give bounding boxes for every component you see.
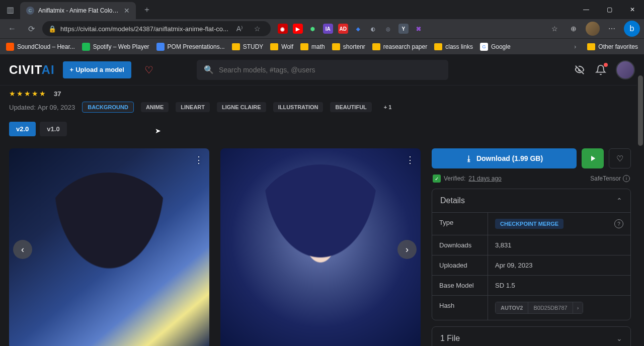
model-tags-row: Updated: Apr 09, 2023 BACKGROUND ANIME L… <box>9 102 635 113</box>
detail-value: SD 1.5 <box>488 276 630 295</box>
tag-illustration[interactable]: ILLUSTRATION <box>273 102 324 112</box>
safetensor-label: SafeTensor <box>590 175 621 182</box>
address-bar: ← ⟳ 🔒 https://civitai.com/models/24387/a… <box>0 19 644 38</box>
version-v1[interactable]: v1.0 <box>40 122 66 136</box>
run-button[interactable] <box>582 148 604 168</box>
verified-label: Verified: <box>444 175 465 182</box>
ext-icon-1[interactable]: ◉ <box>278 24 288 34</box>
url-field[interactable]: 🔒 https://civitai.com/models/24387/anifl… <box>42 21 271 36</box>
site-logo[interactable]: CIVITAI <box>9 63 55 77</box>
tag-more[interactable]: + 1 <box>379 102 397 112</box>
tab-actions-icon[interactable]: ▥ <box>0 0 20 19</box>
tag-beautiful[interactable]: BEAUTIFUL <box>330 102 371 112</box>
read-aloud-icon[interactable]: A⁾ <box>232 22 247 36</box>
collections-icon[interactable]: ⊕ <box>567 22 581 36</box>
minimize-button[interactable]: — <box>575 0 598 19</box>
bookmark-spotify[interactable]: Spotify – Web Player <box>82 43 149 51</box>
image-menu-icon[interactable]: ⋮ <box>194 154 203 165</box>
gallery-image-1[interactable]: ⋮ <box>9 148 209 346</box>
chevron-down-icon: ⌄ <box>616 334 622 342</box>
search-icon: 🔍 <box>204 65 214 74</box>
hash-expand-icon[interactable]: › <box>573 302 583 313</box>
gallery-prev-button[interactable]: ‹ <box>13 240 32 259</box>
bookmarks-overflow-icon[interactable]: › <box>574 43 576 50</box>
bookmark-folder-wolf[interactable]: Wolf <box>270 43 293 50</box>
visibility-icon[interactable] <box>574 64 586 76</box>
detail-label: Type <box>432 213 488 235</box>
ext-icon-5[interactable]: AD <box>338 24 348 34</box>
bookmark-pom[interactable]: POM Presentations... <box>156 43 225 51</box>
version-row: v2.0 v1.0 <box>9 122 635 136</box>
details-panel: Details ⌃ Type CHECKPOINT MERGE ? Downlo… <box>432 189 631 320</box>
ext-icon-10[interactable]: ⌘ <box>414 24 424 34</box>
scroll-thumb[interactable] <box>638 75 643 146</box>
favorites-heart-button[interactable]: ♡ <box>139 60 158 79</box>
bookmark-google[interactable]: GGoogle <box>480 43 511 51</box>
back-button[interactable]: ← <box>4 21 20 37</box>
ext-icon-3[interactable]: ⬢ <box>308 24 318 34</box>
upload-model-button[interactable]: +Upload a model <box>63 61 131 78</box>
browser-tab-active[interactable]: C Aniflatmix - Anime Flat Color Sty ✕ <box>20 2 136 19</box>
updated-date: Apr 09, 2023 <box>38 104 75 111</box>
tag-background[interactable]: BACKGROUND <box>82 102 134 113</box>
tag-lineart[interactable]: LINEART <box>176 102 210 112</box>
bookmark-folder-study[interactable]: STUDY <box>232 43 264 50</box>
verified-date[interactable]: 21 days ago <box>468 175 501 182</box>
tag-ligneclaire[interactable]: LIGNE CLAIRE <box>217 102 266 112</box>
main-row: ‹ ⋮ ⋮ › ⭳ Download (1.99 GB) ♡ ✓ V <box>9 148 635 346</box>
gallery-next-button[interactable]: › <box>397 240 417 259</box>
tab-favicon-icon: C <box>26 7 34 15</box>
user-avatar[interactable] <box>616 60 635 79</box>
files-title: 1 File <box>440 334 460 343</box>
ext-icon-6[interactable]: ◈ <box>353 24 363 34</box>
info-icon[interactable]: ? <box>614 219 623 228</box>
tab-close-icon[interactable]: ✕ <box>124 7 130 15</box>
ext-icon-4[interactable]: IA <box>323 24 333 34</box>
details-header[interactable]: Details ⌃ <box>432 189 630 212</box>
favorite-icon[interactable]: ☆ <box>251 22 265 36</box>
browser-profile-avatar[interactable] <box>586 22 600 36</box>
gallery-image-2[interactable]: ⋮ <box>220 148 421 346</box>
bookmark-folder-research[interactable]: reasearch paper <box>372 43 427 50</box>
bookmark-folder-shortenr[interactable]: shortenr <box>332 43 365 50</box>
download-row: ⭳ Download (1.99 GB) ♡ <box>432 148 631 168</box>
close-window-button[interactable]: ✕ <box>621 0 644 19</box>
rating-count: 37 <box>54 90 61 98</box>
copilot-icon[interactable]: b <box>624 21 640 37</box>
page-scrollbar[interactable] <box>637 54 644 346</box>
menu-icon[interactable]: ⋯ <box>605 22 619 36</box>
ext-icon-9[interactable]: Y <box>398 24 409 34</box>
version-v2[interactable]: v2.0 <box>9 122 36 136</box>
bookmark-label: shortenr <box>343 43 365 50</box>
drive-icon <box>156 43 165 51</box>
favorites-star-icon[interactable]: ☆ <box>547 22 561 36</box>
search-input[interactable] <box>219 66 441 74</box>
ext-icon-2[interactable]: ▶ <box>293 24 303 34</box>
ext-icon-7[interactable]: ◐ <box>368 24 378 34</box>
lock-icon: 🔒 <box>48 25 56 33</box>
folder-icon <box>300 43 308 50</box>
spotify-icon <box>82 43 90 51</box>
detail-row-basemodel: Base Model SD 1.5 <box>432 275 630 295</box>
bookmark-label: Other favorites <box>598 43 638 50</box>
hash-group: AUTOV2 B0D25DB787 › <box>495 302 583 314</box>
download-button[interactable]: ⭳ Download (1.99 GB) <box>432 148 577 168</box>
notifications-icon[interactable] <box>595 64 607 76</box>
tag-anime[interactable]: ANIME <box>141 102 169 112</box>
files-header[interactable]: 1 File ⌄ <box>432 327 630 346</box>
like-button[interactable]: ♡ <box>609 148 631 168</box>
bookmark-folder-math[interactable]: math <box>300 43 325 50</box>
maximize-button[interactable]: ▢ <box>598 0 621 19</box>
info-icon[interactable]: i <box>623 175 630 182</box>
new-tab-button[interactable]: ＋ <box>140 3 154 17</box>
bookmark-soundcloud[interactable]: SoundCloud – Hear... <box>6 43 75 51</box>
bookmark-folder-classlinks[interactable]: class links <box>434 43 473 50</box>
rating-stars[interactable]: ★★★★★ <box>9 90 47 98</box>
refresh-button[interactable]: ⟳ <box>23 21 39 37</box>
image-menu-icon[interactable]: ⋮ <box>406 154 415 165</box>
search-box[interactable]: 🔍 <box>197 60 448 80</box>
folder-icon <box>372 43 380 50</box>
other-favorites-button[interactable]: Other favorites <box>587 43 638 50</box>
files-panel: 1 File ⌄ <box>432 326 631 346</box>
ext-icon-8[interactable]: ◎ <box>383 24 393 34</box>
